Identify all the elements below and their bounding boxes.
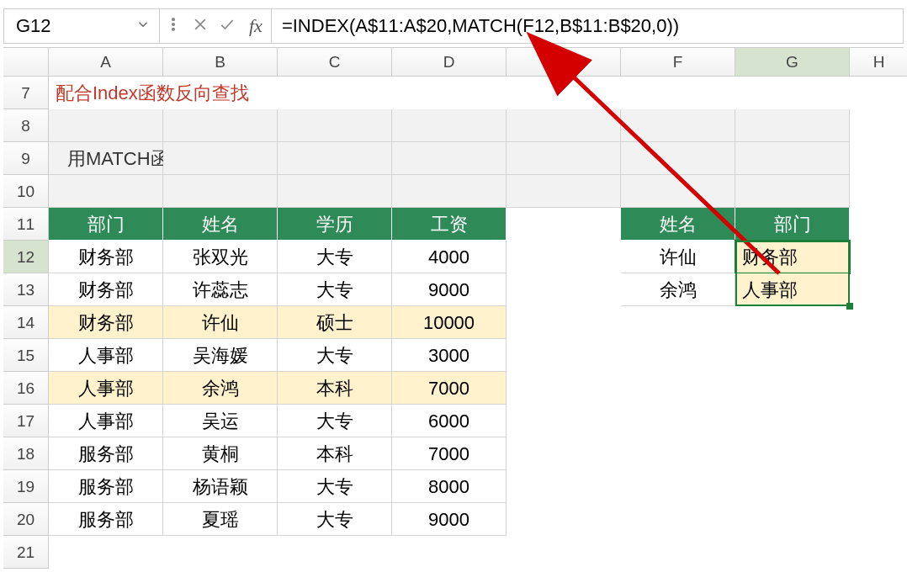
cell-F9[interactable] [621,142,735,175]
cell-D10[interactable] [392,175,507,208]
cell-B16[interactable]: 余鸿 [163,372,278,405]
cell-E17[interactable] [507,405,621,437]
row-header-18[interactable]: 18 [3,437,49,470]
cell-C16[interactable]: 本科 [278,372,392,405]
cell-A11[interactable]: 部门 [49,208,163,241]
row-header-17[interactable]: 17 [3,405,49,437]
cell-H11[interactable] [850,208,907,241]
cell-B21[interactable] [163,536,278,569]
cell-F19[interactable] [621,470,735,503]
cell-B15[interactable]: 吴海媛 [163,339,278,372]
cell-C12[interactable]: 大专 [278,241,392,273]
cell-F16[interactable] [621,372,735,405]
cell-B7[interactable] [163,77,278,109]
cell-F12[interactable]: 许仙 [621,241,735,273]
cell-E19[interactable] [507,470,621,503]
fx-icon[interactable]: fx [246,15,266,37]
cell-C11[interactable]: 学历 [278,208,392,241]
cell-B10[interactable] [163,175,278,208]
cell-D12[interactable]: 4000 [392,241,507,273]
cell-B17[interactable]: 吴运 [163,405,278,437]
cell-G10[interactable] [735,175,850,208]
cell-A16[interactable]: 人事部 [49,372,163,405]
row-header-16[interactable]: 16 [3,372,49,405]
cell-G7[interactable] [735,77,850,109]
cell-E11[interactable] [507,208,621,241]
cell-G11[interactable]: 部门 [735,208,850,241]
name-box[interactable]: G12 [4,9,160,43]
cell-F17[interactable] [621,405,735,437]
cell-B18[interactable]: 黄桐 [163,437,278,470]
cell-H13[interactable] [850,273,907,306]
cell-D7[interactable] [392,77,507,109]
cell-G9[interactable] [735,142,850,175]
cell-F14[interactable] [621,306,735,339]
cell-G19[interactable] [735,470,850,503]
cell-E18[interactable] [507,437,621,470]
cell-A8[interactable] [49,109,163,142]
cell-G20[interactable] [735,503,850,536]
cell-D15[interactable]: 3000 [392,339,507,372]
cell-E13[interactable] [507,273,621,306]
chevron-down-icon[interactable] [135,15,151,37]
col-header-B[interactable]: B [163,48,278,77]
row-header-13[interactable]: 13 [3,273,49,306]
cell-E10[interactable] [507,175,621,208]
cell-H14[interactable] [850,306,907,339]
row-header-21[interactable]: 21 [3,536,49,569]
cell-D14[interactable]: 10000 [392,306,507,339]
cell-D20[interactable]: 9000 [392,503,507,536]
cell-F10[interactable] [621,175,735,208]
row-header-11[interactable]: 11 [3,208,49,241]
row-header-10[interactable]: 10 [3,175,49,208]
cell-D8[interactable] [392,109,507,142]
cell-D19[interactable]: 8000 [392,470,507,503]
cell-C21[interactable] [278,536,392,569]
cell-E9[interactable] [507,142,621,175]
cell-B9[interactable] [163,142,278,175]
cell-A10[interactable] [49,175,163,208]
cell-G12[interactable]: 财务部 [735,241,850,273]
spreadsheet-grid[interactable]: ABCDEFGH7配合Index函数反向查找89用MATCH函数位置，然后用IN… [3,47,904,569]
cell-E15[interactable] [507,339,621,372]
col-header-F[interactable]: F [621,48,735,77]
cell-G15[interactable] [735,339,850,372]
cell-H7[interactable] [850,77,907,109]
cell-C17[interactable]: 大专 [278,405,392,437]
cell-H18[interactable] [850,437,907,470]
cell-H19[interactable] [850,470,907,503]
col-header-G[interactable]: G [735,48,850,77]
cell-D21[interactable] [392,536,507,569]
cell-A13[interactable]: 财务部 [49,273,163,306]
cell-C10[interactable] [278,175,392,208]
cell-G13[interactable]: 人事部 [735,273,850,306]
col-header-A[interactable]: A [49,48,163,77]
col-header-D[interactable]: D [392,48,507,77]
cell-F18[interactable] [621,437,735,470]
cell-D18[interactable]: 7000 [392,437,507,470]
cell-E8[interactable] [507,109,621,142]
col-header-C[interactable]: C [278,48,392,77]
cell-C13[interactable]: 大专 [278,273,392,306]
cell-A12[interactable]: 财务部 [49,241,163,273]
row-header-20[interactable]: 20 [3,503,49,536]
cell-C8[interactable] [278,109,392,142]
cell-G14[interactable] [735,306,850,339]
cell-B14[interactable]: 许仙 [163,306,278,339]
cell-C14[interactable]: 硕士 [278,306,392,339]
cell-D11[interactable]: 工资 [392,208,507,241]
cell-H10[interactable] [850,175,907,208]
cell-H8[interactable] [850,109,907,142]
row-header-8[interactable]: 8 [3,109,49,142]
cell-D13[interactable]: 9000 [392,273,507,306]
cell-F11[interactable]: 姓名 [621,208,735,241]
cell-C19[interactable]: 大专 [278,470,392,503]
row-header-9[interactable]: 9 [3,142,49,175]
cell-F7[interactable] [621,77,735,109]
cancel-icon[interactable] [192,16,209,37]
cell-E21[interactable] [507,536,621,569]
cell-A9[interactable]: 用MATCH函数位置，然后用INDEX返回对应位置的值 [49,142,163,175]
cell-C15[interactable]: 大专 [278,339,392,372]
cell-E7[interactable] [507,77,621,109]
cell-G17[interactable] [735,405,850,437]
